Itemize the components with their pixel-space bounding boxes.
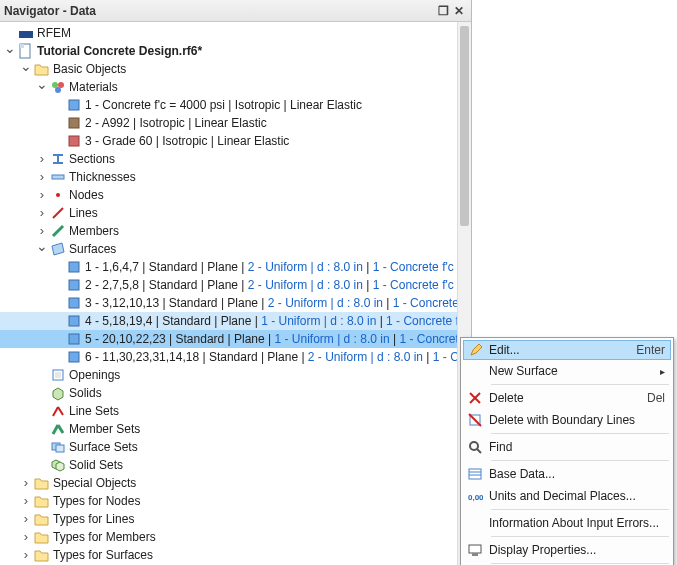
app-icon xyxy=(18,25,34,41)
tree-label: 6 - 11,30,23,31,14,18 | Standard | Plane… xyxy=(85,350,471,364)
tree-item-line-sets[interactable]: Line Sets xyxy=(0,402,471,420)
folder-icon xyxy=(34,475,50,491)
chevron-right-icon[interactable] xyxy=(18,529,34,545)
ctx-label: Edit... xyxy=(489,343,636,357)
tree-item-file[interactable]: Tutorial Concrete Design.rf6* xyxy=(0,42,471,60)
node-icon xyxy=(50,187,66,203)
ctx-label: Information About Input Errors... xyxy=(489,516,665,530)
surface-icon xyxy=(50,241,66,257)
ctx-separator xyxy=(491,384,669,385)
display-icon xyxy=(467,542,483,558)
ctx-item-units[interactable]: Units and Decimal Places... xyxy=(463,485,671,507)
swatch-icon xyxy=(66,349,82,365)
tree-item-sections[interactable]: Sections xyxy=(0,150,471,168)
tree-label: 1 - 1,6,4,7 | Standard | Plane | 2 - Uni… xyxy=(85,260,471,274)
tree-label: Lines xyxy=(69,206,98,220)
tree-item-materials[interactable]: Materials xyxy=(0,78,471,96)
swatch-icon xyxy=(66,277,82,293)
memberset-icon xyxy=(50,421,66,437)
undock-icon[interactable]: ❐ xyxy=(435,3,451,19)
context-menu: Edit... Enter New Surface Delete Del Del… xyxy=(460,337,674,565)
tree-label: Tutorial Concrete Design.rf6* xyxy=(37,44,202,58)
tree-item-lines[interactable]: Lines xyxy=(0,204,471,222)
swatch-icon xyxy=(66,331,82,347)
tree-label: 4 - 5,18,19,4 | Standard | Plane | 1 - U… xyxy=(85,314,471,328)
delete-boundary-icon xyxy=(467,412,483,428)
tree-item-types-nodes[interactable]: Types for Nodes xyxy=(0,492,471,510)
chevron-right-icon[interactable] xyxy=(34,187,50,203)
chevron-down-icon[interactable] xyxy=(34,241,50,257)
ctx-item-delete-boundary[interactable]: Delete with Boundary Lines xyxy=(463,409,671,431)
chevron-down-icon[interactable] xyxy=(34,79,50,95)
delete-icon xyxy=(467,390,483,406)
tree-item-surface-2[interactable]: 2 - 2,7,5,8 | Standard | Plane | 2 - Uni… xyxy=(0,276,471,294)
search-icon xyxy=(467,439,483,455)
materials-icon xyxy=(50,79,66,95)
tree-label: RFEM xyxy=(37,26,71,40)
tree-item-surface-4[interactable]: 4 - 5,18,19,4 | Standard | Plane | 1 - U… xyxy=(0,312,471,330)
tree-item-special-objects[interactable]: Special Objects xyxy=(0,474,471,492)
chevron-down-icon[interactable] xyxy=(2,43,18,59)
panel-titlebar: Navigator - Data ❐ ✕ xyxy=(0,0,471,22)
folder-icon xyxy=(34,511,50,527)
tree-item-members[interactable]: Members xyxy=(0,222,471,240)
tree-item-surface-1[interactable]: 1 - 1,6,4,7 | Standard | Plane | 2 - Uni… xyxy=(0,258,471,276)
ctx-separator xyxy=(491,509,669,510)
chevron-right-icon[interactable] xyxy=(34,223,50,239)
tree-label: Special Objects xyxy=(53,476,136,490)
opening-icon xyxy=(50,367,66,383)
chevron-right-icon[interactable] xyxy=(34,169,50,185)
scrollbar-thumb[interactable] xyxy=(460,26,469,226)
tree-item-types-members[interactable]: Types for Members xyxy=(0,528,471,546)
ctx-label: Find xyxy=(489,440,665,454)
chevron-right-icon[interactable] xyxy=(34,151,50,167)
tree-label: Basic Objects xyxy=(53,62,126,76)
chevron-right-icon[interactable] xyxy=(18,475,34,491)
chevron-down-icon[interactable] xyxy=(18,61,34,77)
tree-label: Sections xyxy=(69,152,115,166)
tree-item-member-sets[interactable]: Member Sets xyxy=(0,420,471,438)
ctx-item-new-surface[interactable]: New Surface xyxy=(463,360,671,382)
ctx-item-edit[interactable]: Edit... Enter xyxy=(463,340,671,360)
ctx-item-input-errors[interactable]: Information About Input Errors... xyxy=(463,512,671,534)
navigator-panel: Navigator - Data ❐ ✕ RFEM Tutorial Concr… xyxy=(0,0,472,565)
tree-item-thicknesses[interactable]: Thicknesses xyxy=(0,168,471,186)
tree-label: 5 - 20,10,22,23 | Standard | Plane | 1 -… xyxy=(85,332,471,346)
tree-item-openings[interactable]: Openings xyxy=(0,366,471,384)
tree-item-material-1[interactable]: 1 - Concrete f'c = 4000 psi | Isotropic … xyxy=(0,96,471,114)
tree-item-basic-objects[interactable]: Basic Objects xyxy=(0,60,471,78)
swatch-icon xyxy=(66,295,82,311)
tree-item-nodes[interactable]: Nodes xyxy=(0,186,471,204)
folder-icon xyxy=(34,547,50,563)
line-icon xyxy=(50,205,66,221)
chevron-right-icon[interactable] xyxy=(18,511,34,527)
ctx-item-find[interactable]: Find xyxy=(463,436,671,458)
ctx-item-display-properties[interactable]: Display Properties... xyxy=(463,539,671,561)
ctx-item-base-data[interactable]: Base Data... xyxy=(463,463,671,485)
chevron-right-icon[interactable] xyxy=(18,547,34,563)
edit-icon xyxy=(468,342,484,358)
tree-label: Member Sets xyxy=(69,422,140,436)
close-icon[interactable]: ✕ xyxy=(451,3,467,19)
tree-label: Openings xyxy=(69,368,120,382)
tree-item-material-2[interactable]: 2 - A992 | Isotropic | Linear Elastic xyxy=(0,114,471,132)
tree-item-types-surfaces[interactable]: Types for Surfaces xyxy=(0,546,471,564)
tree-label: Types for Lines xyxy=(53,512,134,526)
chevron-right-icon[interactable] xyxy=(18,493,34,509)
tree-item-surface-6[interactable]: 6 - 11,30,23,31,14,18 | Standard | Plane… xyxy=(0,348,471,366)
chevron-right-icon[interactable] xyxy=(34,205,50,221)
tree-item-surface-3[interactable]: 3 - 3,12,10,13 | Standard | Plane | 2 - … xyxy=(0,294,471,312)
tree-item-material-3[interactable]: 3 - Grade 60 | Isotropic | Linear Elasti… xyxy=(0,132,471,150)
tree-item-solids[interactable]: Solids xyxy=(0,384,471,402)
ctx-item-delete[interactable]: Delete Del xyxy=(463,387,671,409)
tree-item-solid-sets[interactable]: Solid Sets xyxy=(0,456,471,474)
tree-item-surface-5[interactable]: 5 - 20,10,22,23 | Standard | Plane | 1 -… xyxy=(0,330,471,348)
tree-label: Nodes xyxy=(69,188,104,202)
tree-item-types-lines[interactable]: Types for Lines xyxy=(0,510,471,528)
tree-item-surface-sets[interactable]: Surface Sets xyxy=(0,438,471,456)
tree-item-surfaces[interactable]: Surfaces xyxy=(0,240,471,258)
ctx-accel: Del xyxy=(647,391,665,405)
tree-item-rfem[interactable]: RFEM xyxy=(0,24,471,42)
tree-label: Surfaces xyxy=(69,242,116,256)
swatch-icon xyxy=(66,313,82,329)
